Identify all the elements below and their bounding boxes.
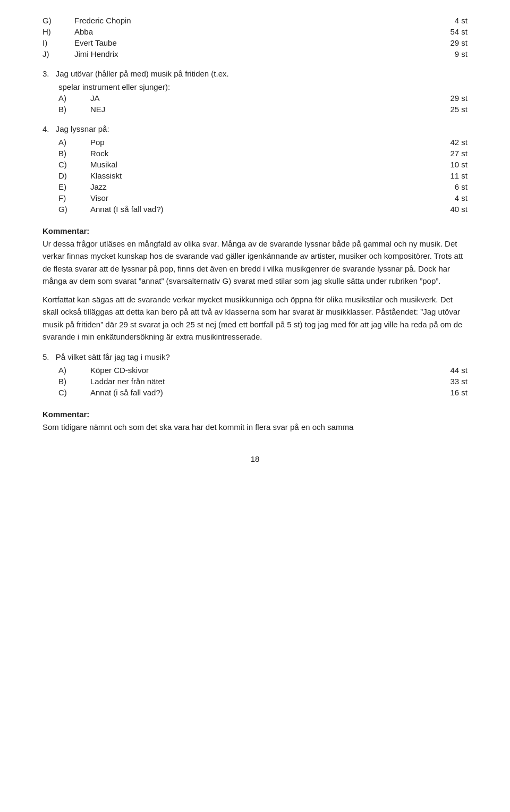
kommentar-5: Kommentar: Som tidigare nämnt och som de… <box>42 410 468 433</box>
list-item: B) Laddar ner från nätet 33 st <box>58 377 468 386</box>
kommentar-4-paragraph-2: Kortfattat kan sägas att de svarande ver… <box>42 293 468 343</box>
page-number: 18 <box>42 454 468 463</box>
entry-label: G) <box>42 16 74 25</box>
option-text: Visor <box>90 193 436 202</box>
entry-text: Frederic Chopin <box>74 16 436 25</box>
question-4-title: 4. Jag lyssnar på: <box>42 124 468 133</box>
list-item: B) Rock 27 st <box>58 149 468 158</box>
option-count: 4 st <box>436 193 468 202</box>
list-item: E) Jazz 6 st <box>58 182 468 191</box>
list-item: I) Evert Taube 29 st <box>42 38 468 47</box>
question-3-options: spelar instrument eller sjunger): A) JA … <box>58 82 468 114</box>
list-item: C) Musikal 10 st <box>58 160 468 169</box>
entry-count: 9 st <box>436 49 468 58</box>
entry-count: 29 st <box>436 38 468 47</box>
kommentar-4: Kommentar: Ur dessa frågor utläses en må… <box>42 226 468 343</box>
question-5-number: 5. <box>42 352 49 361</box>
question-4-number: 4. <box>42 124 49 133</box>
option-count: 10 st <box>436 160 468 169</box>
option-text: Jazz <box>90 182 436 191</box>
question-4-text: Jag lyssnar på: <box>56 124 109 133</box>
option-label: F) <box>58 193 90 202</box>
list-item: F) Visor 4 st <box>58 193 468 202</box>
option-text: Annat (i så fall vad?) <box>90 388 436 397</box>
entry-count: 4 st <box>436 16 468 25</box>
question-5-options: A) Köper CD-skivor 44 st B) Laddar ner f… <box>58 366 468 397</box>
kommentar-4-heading: Kommentar: <box>42 226 468 235</box>
question-3-title: 3. Jag utövar (håller på med) musik på f… <box>42 69 468 78</box>
entry-count: 54 st <box>436 27 468 36</box>
option-count: 29 st <box>436 94 468 103</box>
option-label: A) <box>58 94 90 103</box>
option-label: E) <box>58 182 90 191</box>
question-5: 5. På vilket sätt får jag tag i musik? A… <box>42 352 468 397</box>
question-3-text: Jag utövar (håller på med) musik på frit… <box>56 69 229 78</box>
option-text: NEJ <box>90 105 436 114</box>
question-4-options: A) Pop 42 st B) Rock 27 st C) Musikal 10… <box>58 138 468 214</box>
option-text: Annat (I så fall vad?) <box>90 205 436 214</box>
option-label: C) <box>58 160 90 169</box>
question-5-text: På vilket sätt får jag tag i musik? <box>56 352 170 361</box>
option-text: Musikal <box>90 160 436 169</box>
option-count: 44 st <box>436 366 468 375</box>
option-count: 16 st <box>436 388 468 397</box>
list-item: G) Annat (I så fall vad?) 40 st <box>58 205 468 214</box>
kommentar-5-text: Som tidigare nämnt och som det ska vara … <box>42 421 468 433</box>
option-text: Pop <box>90 138 436 147</box>
list-item: H) Abba 54 st <box>42 27 468 36</box>
option-count: 40 st <box>436 205 468 214</box>
list-item: A) Pop 42 st <box>58 138 468 147</box>
question-3-text2: spelar instrument eller sjunger): <box>58 82 468 91</box>
option-label: D) <box>58 171 90 180</box>
entry-label: J) <box>42 49 74 58</box>
entry-text: Evert Taube <box>74 38 436 47</box>
option-label: B) <box>58 149 90 158</box>
option-count: 25 st <box>436 105 468 114</box>
top-entries: G) Frederic Chopin 4 st H) Abba 54 st I)… <box>42 16 468 58</box>
option-count: 6 st <box>436 182 468 191</box>
option-count: 33 st <box>436 377 468 386</box>
option-text: JA <box>90 94 436 103</box>
entry-text: Jimi Hendrix <box>74 49 436 58</box>
option-text: Klassiskt <box>90 171 436 180</box>
option-label: A) <box>58 138 90 147</box>
question-4: 4. Jag lyssnar på: A) Pop 42 st B) Rock … <box>42 124 468 214</box>
list-item: A) Köper CD-skivor 44 st <box>58 366 468 375</box>
entry-label: I) <box>42 38 74 47</box>
kommentar-5-heading: Kommentar: <box>42 410 468 419</box>
list-item: G) Frederic Chopin 4 st <box>42 16 468 25</box>
option-label: C) <box>58 388 90 397</box>
option-label: B) <box>58 105 90 114</box>
option-count: 27 st <box>436 149 468 158</box>
question-3-number: 3. <box>42 69 49 78</box>
option-text: Köper CD-skivor <box>90 366 436 375</box>
option-count: 11 st <box>436 171 468 180</box>
list-item: B) NEJ 25 st <box>58 105 468 114</box>
list-item: D) Klassiskt 11 st <box>58 171 468 180</box>
list-item: A) JA 29 st <box>58 94 468 103</box>
list-item: C) Annat (i så fall vad?) 16 st <box>58 388 468 397</box>
entry-text: Abba <box>74 27 436 36</box>
kommentar-4-paragraph-1: Ur dessa frågor utläses en mångfald av o… <box>42 238 468 287</box>
option-count: 42 st <box>436 138 468 147</box>
option-text: Laddar ner från nätet <box>90 377 436 386</box>
option-label: A) <box>58 366 90 375</box>
option-label: G) <box>58 205 90 214</box>
list-item: J) Jimi Hendrix 9 st <box>42 49 468 58</box>
option-label: B) <box>58 377 90 386</box>
question-5-title: 5. På vilket sätt får jag tag i musik? <box>42 352 468 361</box>
option-text: Rock <box>90 149 436 158</box>
question-3: 3. Jag utövar (håller på med) musik på f… <box>42 69 468 114</box>
entry-label: H) <box>42 27 74 36</box>
